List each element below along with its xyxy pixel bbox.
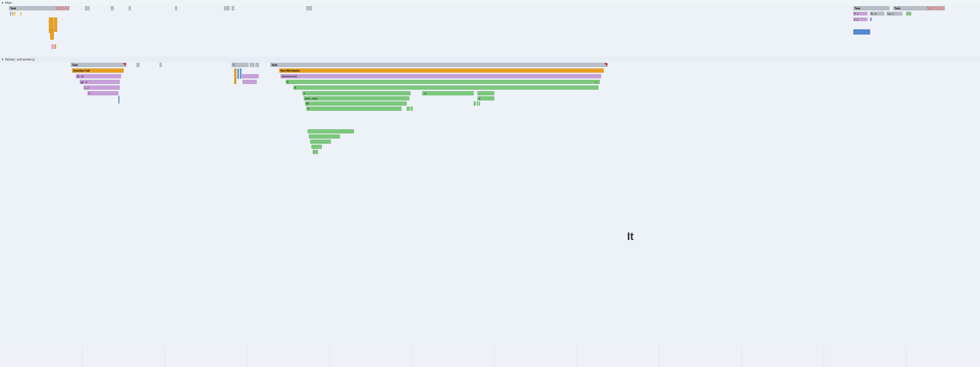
right-sub-paren: (...) — [853, 18, 867, 21]
worker-section: Worker: exif-worker.js Task T... — [0, 57, 980, 353]
mini-bar-1 — [10, 12, 11, 16]
small-block-6 — [232, 6, 234, 10]
small-block-3 — [129, 6, 131, 10]
main-task-row: Task Task Task — [0, 6, 980, 11]
main-task-block-1[interactable]: Task — [9, 6, 70, 10]
green-small-w2 — [477, 102, 478, 105]
main-sub-row-1: F...l R...e La...t — [0, 11, 980, 16]
worker-blue-bar-row: (ano...ous) o — [0, 96, 980, 101]
worker-small-4 — [255, 63, 259, 67]
main-task-block-2[interactable]: Task — [853, 6, 889, 10]
lt-block[interactable]: lt — [293, 86, 598, 89]
worker-small-2 — [160, 63, 162, 67]
worker-task-big[interactable]: Task — [270, 63, 608, 67]
worker-lt-row: (...) lt — [0, 85, 980, 90]
worker-section-label: Worker: exif-worker.js — [5, 58, 35, 61]
worker-small-1 — [137, 63, 140, 67]
timeline-container: Main Task Task — [0, 0, 980, 367]
green-small-w1 — [474, 102, 476, 105]
deep-green-4 — [312, 145, 322, 149]
right-sub-1: F...l — [853, 12, 867, 16]
right-blue-bar — [870, 18, 872, 21]
ft-block[interactable]: ft (... — [286, 80, 600, 84]
anon-s-block[interactable]: (a...s) — [76, 74, 121, 78]
worker-task-big-label: Task — [270, 64, 277, 67]
worker-task-1[interactable]: Task — [71, 63, 126, 67]
v-block[interactable]: V — [306, 107, 402, 111]
small-block-2 — [111, 6, 114, 10]
o-block[interactable]: o — [477, 96, 494, 101]
worker-task-label-1: Task — [71, 64, 78, 67]
function-call-block[interactable]: Function Call — [72, 69, 124, 73]
underscore-e-block[interactable]: _e — [422, 91, 474, 95]
deep-green-1 — [308, 129, 354, 133]
worker-section-header: Worker: exif-worker.js — [0, 57, 980, 62]
orange-deep-1 — [50, 29, 54, 40]
pink-block — [51, 44, 54, 49]
z-block[interactable]: z — [302, 91, 410, 95]
main-section-label: Main — [5, 1, 12, 5]
ge-e-block[interactable]: ge...e — [80, 80, 120, 84]
worker-task-row: Task T... Task — [0, 62, 980, 67]
right-sub-3: La...t — [887, 12, 902, 16]
small-block-4 — [175, 6, 177, 10]
green-small-v2 — [410, 107, 413, 111]
main-task-label-3: Task — [894, 7, 900, 10]
worker-small-3 — [250, 63, 255, 67]
main-sub-row-2: (...) — [0, 17, 980, 22]
deep-green-2 — [309, 134, 340, 139]
worker-task-t[interactable]: T... — [232, 63, 248, 67]
mini-bar-4 — [21, 12, 21, 16]
orange-tiny — [54, 44, 56, 49]
mini-bar-3 — [14, 12, 15, 16]
main-task-label-1: Task — [9, 7, 16, 10]
small-block-7 — [306, 6, 312, 10]
main-task-block-3[interactable]: Task — [893, 6, 945, 10]
it-text: It — [627, 227, 777, 246]
main-sub-row-3 — [0, 29, 980, 34]
paren-block[interactable]: (...) — [84, 86, 120, 89]
worker-f-row: f... z _e — [0, 91, 980, 96]
mini-bar-2 — [12, 12, 13, 16]
right-blue-rect — [853, 29, 870, 35]
main-sub-row-4 — [0, 44, 980, 49]
green-small-w3 — [479, 102, 480, 105]
worker-w-row: W — [0, 101, 980, 106]
right-sub-2: R...e — [870, 12, 884, 16]
ft-paren: (... — [595, 81, 600, 83]
worker-anon-row: (a...s) (anonymous) — [0, 73, 980, 79]
green-small-v1 — [407, 107, 410, 111]
f-block[interactable]: f... — [88, 91, 118, 95]
w-block[interactable]: W — [305, 102, 407, 105]
deep-green-3 — [310, 140, 331, 144]
ano-ous-block[interactable]: (ano...ous) — [304, 96, 409, 101]
worker-flame-area: Task T... Task Function Call — [0, 62, 980, 346]
main-task-label-2: Task — [854, 7, 860, 10]
main-flame-area: Task Task Task — [0, 6, 980, 57]
small-block-1 — [85, 6, 89, 10]
purple-t-block — [242, 74, 259, 78]
main-section: Main Task Task — [0, 0, 980, 57]
deep-green-5 — [313, 150, 318, 154]
small-block-5 — [224, 6, 230, 10]
worker-function-row: Function Call Run Microtasks — [0, 68, 980, 73]
right-sub-4 — [906, 12, 911, 16]
main-section-header: Main — [0, 0, 980, 6]
run-microtasks-block[interactable]: Run Microtasks — [279, 69, 604, 73]
collapse-main-icon[interactable] — [2, 2, 3, 4]
collapse-worker-icon[interactable] — [2, 59, 3, 61]
worker-ge-row: ge...e ft (... — [0, 79, 980, 85]
purple-t2 — [242, 80, 257, 84]
worker-v-row: V — [0, 106, 980, 111]
anonymous-block[interactable]: (anonymous) — [281, 74, 601, 78]
green-small-1 — [477, 91, 494, 95]
